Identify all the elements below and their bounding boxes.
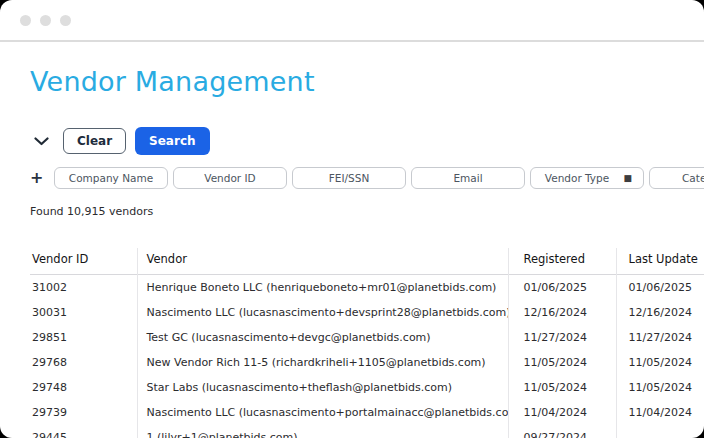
vendor-id-filter[interactable]: Vendor ID: [173, 167, 287, 189]
filter-label: Company Name: [69, 172, 153, 184]
filter-label: Email: [453, 172, 482, 184]
vendor-id-cell: 29445: [30, 425, 137, 438]
results-count: Found 10,915 vendors: [30, 205, 704, 218]
filter-label: Category: [682, 172, 704, 184]
table-row[interactable]: 29748 Star Labs (lucasnascimento+theflas…: [30, 375, 704, 400]
last-update-cell: 11/05/2024: [616, 375, 704, 400]
vendor-id-cell: 29851: [30, 325, 137, 350]
last-update-cell: 11/05/2024: [616, 350, 704, 375]
last-update-cell: 11/27/2024: [616, 325, 704, 350]
page-content: Vendor Management Clear Search + Company…: [0, 66, 704, 438]
fei-ssn-filter[interactable]: FEI/SSN: [292, 167, 406, 189]
chevron-down-icon: [34, 134, 49, 149]
vendor-type-filter[interactable]: Vendor Type ■: [530, 167, 644, 189]
registered-cell: 01/06/2025: [508, 275, 616, 301]
search-controls: Clear Search: [30, 127, 704, 155]
window-titlebar: [0, 0, 704, 42]
square-icon: ■: [623, 174, 632, 183]
registered-cell: 12/16/2024: [508, 300, 616, 325]
column-header-vendor-id[interactable]: Vendor ID: [30, 248, 137, 275]
vendor-id-cell: 29768: [30, 350, 137, 375]
filter-label: FEI/SSN: [329, 172, 370, 184]
vendor-cell: Nascimento LLC (lucasnascimento+devsprin…: [137, 300, 508, 325]
company-name-filter[interactable]: Company Name: [54, 167, 168, 189]
filter-bar: + Company Name Vendor ID FEI/SSN Email V…: [30, 167, 704, 189]
table-row[interactable]: 29768 New Vendor Rich 11-5 (richardkrihe…: [30, 350, 704, 375]
last-update-cell: [616, 425, 704, 438]
vendor-cell: Star Labs (lucasnascimento+theflash@plan…: [137, 375, 508, 400]
table-row[interactable]: 30031 Nascimento LLC (lucasnascimento+de…: [30, 300, 704, 325]
email-filter[interactable]: Email: [411, 167, 525, 189]
vendor-cell: New Vendor Rich 11-5 (richardkriheli+110…: [137, 350, 508, 375]
vendors-table: Vendor ID Vendor Registered Last Update …: [30, 248, 704, 438]
vendor-cell: Nascimento LLC (lucasnascimento+portalma…: [137, 400, 508, 425]
table-header-row: Vendor ID Vendor Registered Last Update: [30, 248, 704, 275]
add-filter-icon[interactable]: +: [30, 170, 44, 186]
category-filter[interactable]: Category: [649, 167, 704, 189]
search-button[interactable]: Search: [135, 127, 209, 155]
table-row[interactable]: 29445 1 (lilyr+1@planetbids.com) 09/27/2…: [30, 425, 704, 438]
vendor-id-cell: 30031: [30, 300, 137, 325]
vendor-id-cell: 29739: [30, 400, 137, 425]
window-control-dot[interactable]: [40, 15, 51, 26]
page-title: Vendor Management: [30, 66, 704, 97]
column-header-last-update[interactable]: Last Update: [616, 248, 704, 275]
filter-label: Vendor Type: [545, 172, 609, 184]
vendor-cell: Henrique Boneto LLC (henriqueboneto+mr01…: [137, 275, 508, 301]
clear-button[interactable]: Clear: [63, 128, 126, 154]
vendor-cell: 1 (lilyr+1@planetbids.com): [137, 425, 508, 438]
window-control-dot[interactable]: [20, 15, 31, 26]
registered-cell: 09/27/2024: [508, 425, 616, 438]
column-header-vendor[interactable]: Vendor: [137, 248, 508, 275]
vendor-cell: Test GC (lucasnascimento+devgc@planetbid…: [137, 325, 508, 350]
last-update-cell: 11/04/2024: [616, 400, 704, 425]
app-window: Vendor Management Clear Search + Company…: [0, 0, 704, 438]
registered-cell: 11/05/2024: [508, 375, 616, 400]
last-update-cell: 12/16/2024: [616, 300, 704, 325]
collapse-filters-button[interactable]: [32, 132, 50, 150]
vendor-id-cell: 29748: [30, 375, 137, 400]
last-update-cell: 01/06/2025: [616, 275, 704, 301]
registered-cell: 11/04/2024: [508, 400, 616, 425]
registered-cell: 11/05/2024: [508, 350, 616, 375]
vendor-id-cell: 31002: [30, 275, 137, 301]
table-row[interactable]: 31002 Henrique Boneto LLC (henriquebonet…: [30, 275, 704, 301]
table-row[interactable]: 29851 Test GC (lucasnascimento+devgc@pla…: [30, 325, 704, 350]
window-control-dot[interactable]: [60, 15, 71, 26]
table-row[interactable]: 29739 Nascimento LLC (lucasnascimento+po…: [30, 400, 704, 425]
column-header-registered[interactable]: Registered: [508, 248, 616, 275]
filter-label: Vendor ID: [204, 172, 255, 184]
registered-cell: 11/27/2024: [508, 325, 616, 350]
